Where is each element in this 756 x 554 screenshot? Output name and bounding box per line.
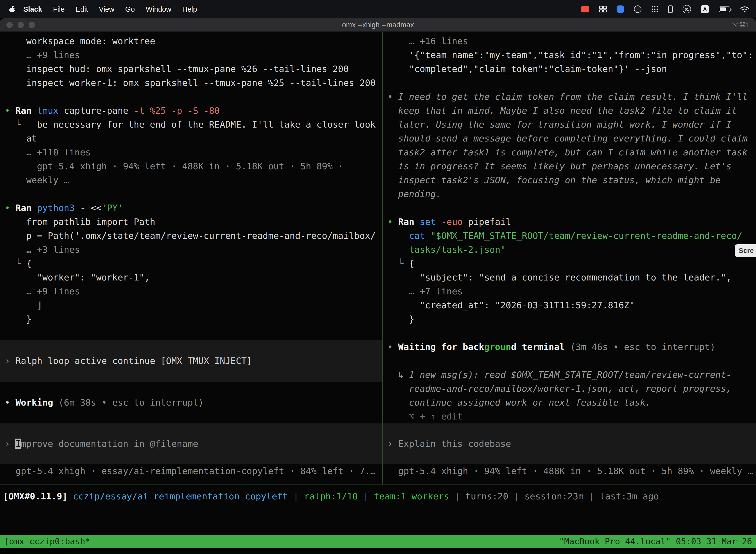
terminal-line: … +3 lines <box>0 243 382 257</box>
terminal-line: … +16 lines <box>383 34 756 48</box>
terminal-line <box>0 409 382 424</box>
terminal-window: omx --xhigh --madmax ⌥⌘1 workspace_mode:… <box>0 18 756 554</box>
input-source-icon[interactable]: A <box>701 5 709 13</box>
tmux-panes: workspace_mode: worktree … +9 lines insp… <box>0 32 756 484</box>
command-set-pipefail: • Ran set -euo pipefail <box>383 215 756 229</box>
mailbox-notice: ↳ 1 new msg(s): read $OMX_TEAM_STATE_ROO… <box>383 368 756 382</box>
blue-app-icon[interactable] <box>617 5 624 13</box>
terminal-line: weekly … <box>0 173 382 187</box>
tmux-status-bar: [omx-cczip0:bash* "MacBook-Pro-44.local"… <box>0 535 756 548</box>
terminal-line: … +9 lines <box>0 48 382 62</box>
waiting-status: • Waiting for background terminal (3m 46… <box>383 340 756 354</box>
menu-status-icons: 61 A <box>581 5 749 13</box>
terminal-line: └ be necessary for the end of the README… <box>0 118 382 131</box>
ralph-loop-banner-text: › Ralph loop active continue [OMX_TMUX_I… <box>0 354 252 368</box>
badge-61-icon[interactable]: 61 <box>683 5 691 13</box>
battery-icon[interactable] <box>719 6 730 12</box>
model-status-right: gpt-5.4 xhigh · 94% left · 488K in · 5.1… <box>383 464 756 478</box>
battery-tip <box>731 8 732 11</box>
composer-input-right-text: › Explain this codebase <box>383 437 511 451</box>
terminal-line: └ { <box>383 257 756 271</box>
menu-items: FileEditViewGoWindowHelp <box>48 5 203 13</box>
tmux-host-clock: "MacBook-Pro-44.local" 05:03 31-Mar-26 <box>559 536 752 546</box>
terminal-line: at <box>0 131 382 146</box>
terminal-line: task2 after task1 is complete, but can I… <box>383 146 756 159</box>
terminal-line: should send a message before completing … <box>383 131 756 146</box>
menu-bar-left: Slack FileEditViewGoWindowHelp <box>7 5 202 13</box>
apps-grid-icon[interactable] <box>651 6 658 13</box>
window-grid-icon[interactable] <box>599 6 607 12</box>
terminal-line <box>383 76 756 90</box>
omx-status-line: [OMX#0.11.9] cczip/essay/ai-reimplementa… <box>0 491 659 501</box>
composer-input-right[interactable]: › Explain this codebase <box>383 424 756 464</box>
menu-help[interactable]: Help <box>177 5 203 13</box>
terminal-line: } <box>0 312 382 326</box>
terminal-line: workspace_mode: worktree <box>0 34 382 48</box>
omx-footer: [OMX#0.11.9] cczip/essay/ai-reimplementa… <box>0 484 756 508</box>
screen: Slack FileEditViewGoWindowHelp <box>0 0 756 554</box>
command-python3: • Ran python3 - <<'PY' <box>0 201 382 215</box>
terminal-line: is in progress? It seems likely but perh… <box>383 159 756 173</box>
terminal-line: ] <box>0 298 382 312</box>
terminal-line: ⌥ + ↑ edit <box>383 409 756 424</box>
wifi-icon[interactable] <box>740 6 749 13</box>
menu-view[interactable]: View <box>93 5 120 13</box>
menu-go[interactable]: Go <box>120 5 140 13</box>
terminal-line: inspect task2's JSON, focusing on the st… <box>383 173 756 187</box>
terminal-line: … +110 lines <box>0 146 382 159</box>
phone-mirroring-icon[interactable] <box>668 5 673 13</box>
terminal-line: readme-and-reco/mailbox/worker-1.json, a… <box>383 382 756 396</box>
composer-input-left-text: › Improve documentation in @filename <box>0 437 198 451</box>
terminal-line <box>0 382 382 396</box>
bottom-gap <box>0 548 756 554</box>
composer-input-left[interactable]: › Improve documentation in @filename <box>0 424 382 464</box>
terminal-pane-left[interactable]: workspace_mode: worktree … +9 lines insp… <box>0 32 382 484</box>
terminal-line: "created_at": "2026-03-31T11:59:27.816Z" <box>383 298 756 312</box>
terminal-line: cat "$OMX_TEAM_STATE_ROOT/team/review-cu… <box>383 229 756 243</box>
terminal-line <box>0 187 382 201</box>
tmux-session-label: [omx-cczip0:bash* <box>4 536 90 546</box>
terminal-line: keep that in mind. Maybe I also need the… <box>383 104 756 118</box>
window-title: omx --xhigh --madmax <box>0 21 756 29</box>
terminal-line <box>0 326 382 340</box>
apple-menu-icon[interactable] <box>9 5 15 13</box>
terminal-line: later. Using the same for transition mig… <box>383 118 756 131</box>
window-titlebar[interactable]: omx --xhigh --madmax ⌥⌘1 <box>0 18 756 32</box>
terminal-pane-right[interactable]: … +16 lines '{"team_name":"my-team","tas… <box>383 32 756 484</box>
terminal-line <box>383 201 756 215</box>
active-app-name[interactable]: Slack <box>18 5 48 13</box>
terminal-line: gpt-5.4 xhigh · 94% left · 488K in · 5.1… <box>0 159 382 173</box>
ralph-loop-banner[interactable]: › Ralph loop active continue [OMX_TMUX_I… <box>0 340 382 382</box>
footer-gap <box>0 508 756 535</box>
terminal-line: … +7 lines <box>383 284 756 298</box>
terminal-line <box>383 354 756 368</box>
menu-file[interactable]: File <box>48 5 70 13</box>
terminal-line: inspect_hud: omx sparkshell --tmux-pane … <box>0 62 382 76</box>
model-status-left: gpt-5.4 xhigh · essay/ai-reimplementatio… <box>0 464 382 478</box>
terminal-line <box>0 90 382 104</box>
menu-bar: Slack FileEditViewGoWindowHelp <box>0 0 756 18</box>
terminal-line: └ { <box>0 257 382 271</box>
terminal-line: inspect_worker-1: omx sparkshell --tmux-… <box>0 76 382 90</box>
battery-fill <box>720 7 726 11</box>
terminal-line: p = Path('.omx/state/team/review-current… <box>0 229 382 243</box>
command-tmux-capture: • Ran tmux capture-pane -t %25 -p -S -80 <box>0 104 382 118</box>
terminal-line <box>383 326 756 340</box>
terminal-line: from pathlib import Path <box>0 215 382 229</box>
terminal-line: } <box>383 312 756 326</box>
terminal-line: tasks/task-2.json" <box>383 243 756 257</box>
terminal-line: "completed","claim_token":"claim-token"}… <box>383 62 756 76</box>
menu-edit[interactable]: Edit <box>70 5 93 13</box>
terminal-line: '{"team_name":"my-team","task_id":"1","f… <box>383 48 756 62</box>
thinking-text: • I need to get the claim token from the… <box>383 90 756 104</box>
github-icon[interactable] <box>634 5 641 13</box>
window-shortcut-hint: ⌥⌘1 <box>732 21 750 29</box>
menu-window[interactable]: Window <box>140 5 177 13</box>
terminal-line: continue assigned work or next feasible … <box>383 396 756 409</box>
terminal-line: pending. <box>383 187 756 201</box>
terminal-line: "worker": "worker-1", <box>0 271 382 284</box>
terminal-line: … +9 lines <box>0 284 382 298</box>
working-status: • Working (6m 38s • esc to interrupt) <box>0 396 382 409</box>
screen-notification[interactable]: Scre <box>735 244 756 257</box>
screen-recording-icon[interactable] <box>581 6 589 12</box>
